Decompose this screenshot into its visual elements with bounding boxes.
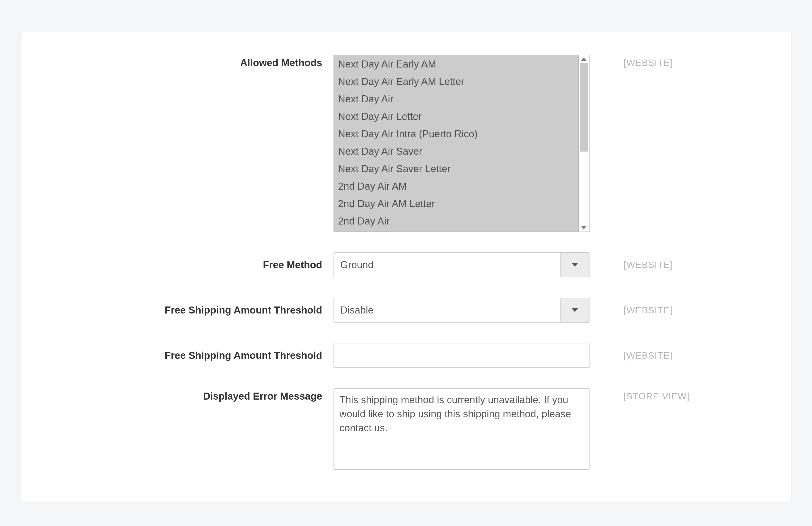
free-shipping-threshold-input[interactable]	[334, 343, 590, 368]
allowed-methods-multiselect[interactable]: Next Day Air Early AMNext Day Air Early …	[334, 55, 590, 232]
allowed-methods-option[interactable]: 2nd Day Air AM	[338, 177, 578, 195]
allowed-methods-option[interactable]: Next Day Air Intra (Puerto Rico)	[338, 125, 578, 143]
settings-panel: Allowed Methods Next Day Air Early AMNex…	[20, 32, 792, 503]
label-free-shipping-threshold-select: Free Shipping Amount Threshold	[50, 305, 334, 316]
free-shipping-threshold-select[interactable]: Disable	[334, 298, 590, 323]
row-free-shipping-threshold-input: Free Shipping Amount Threshold [WEBSITE]	[50, 343, 762, 368]
scrollbar[interactable]	[578, 55, 589, 232]
allowed-methods-option[interactable]: Next Day Air Early AM Letter	[338, 73, 578, 90]
scroll-up-icon[interactable]	[581, 58, 586, 61]
free-method-dropdown-button[interactable]	[560, 253, 589, 277]
scroll-track[interactable]	[579, 63, 589, 224]
free-shipping-threshold-dropdown-button[interactable]	[560, 298, 589, 322]
field-allowed-methods: Next Day Air Early AMNext Day Air Early …	[334, 55, 590, 232]
allowed-methods-option[interactable]: Next Day Air Early AM	[338, 55, 578, 73]
allowed-methods-option[interactable]: Next Day Air Saver	[338, 143, 578, 160]
field-free-method: Ground	[334, 252, 590, 277]
label-error-message: Displayed Error Message	[50, 388, 334, 402]
free-shipping-threshold-select-value: Disable	[334, 298, 560, 322]
chevron-down-icon	[571, 263, 578, 267]
allowed-methods-option[interactable]: Next Day Air	[338, 90, 578, 107]
scope-free-shipping-threshold-input: [WEBSITE]	[590, 350, 672, 361]
allowed-methods-list[interactable]: Next Day Air Early AMNext Day Air Early …	[334, 55, 578, 232]
scope-allowed-methods: [WEBSITE]	[590, 55, 672, 68]
allowed-methods-option[interactable]: Next Day Air Saver Letter	[338, 160, 578, 177]
field-free-shipping-threshold-input	[334, 343, 590, 368]
row-error-message: Displayed Error Message [STORE VIEW]	[50, 388, 762, 472]
field-error-message	[334, 388, 590, 472]
allowed-methods-option[interactable]: Next Day Air Letter	[338, 107, 578, 125]
label-free-method: Free Method	[50, 259, 334, 271]
row-free-method: Free Method Ground [WEBSITE]	[50, 252, 762, 277]
scope-free-shipping-threshold-select: [WEBSITE]	[590, 305, 672, 316]
label-free-shipping-threshold-input: Free Shipping Amount Threshold	[50, 350, 334, 361]
free-method-value: Ground	[334, 253, 560, 277]
scroll-down-icon[interactable]	[581, 226, 586, 229]
scope-free-method: [WEBSITE]	[590, 260, 672, 270]
free-method-select[interactable]: Ground	[334, 252, 590, 277]
allowed-methods-option[interactable]: 2nd Day Air	[338, 212, 578, 230]
field-free-shipping-threshold-select: Disable	[334, 298, 590, 323]
row-allowed-methods: Allowed Methods Next Day Air Early AMNex…	[50, 55, 762, 232]
scope-error-message: [STORE VIEW]	[590, 388, 690, 401]
label-allowed-methods: Allowed Methods	[50, 55, 334, 69]
row-free-shipping-threshold-select: Free Shipping Amount Threshold Disable […	[50, 298, 762, 323]
page: Allowed Methods Next Day Air Early AMNex…	[0, 0, 812, 526]
scroll-thumb[interactable]	[580, 63, 588, 151]
error-message-textarea[interactable]	[334, 388, 590, 470]
allowed-methods-option[interactable]: 2nd Day Air AM Letter	[338, 195, 578, 212]
chevron-down-icon	[571, 308, 578, 312]
